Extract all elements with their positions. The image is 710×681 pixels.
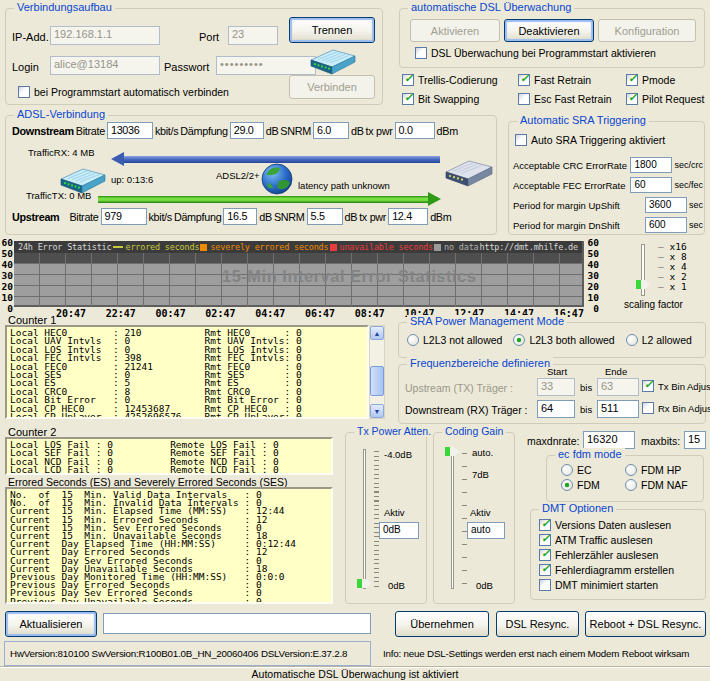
y-tick-label: 30: [0, 270, 13, 281]
coding-gain-slider-thumb[interactable]: [445, 447, 460, 456]
password-label: Passwort: [164, 61, 209, 73]
scaling-slider-thumb[interactable]: [636, 280, 651, 289]
up-txpwr-field[interactable]: 12.4: [388, 208, 428, 225]
sra-power-radio[interactable]: L2L3 not allowed: [407, 334, 502, 346]
tx-atten-aktiv-label: Aktiv: [384, 507, 405, 518]
scroll-down-icon[interactable]: ▼: [370, 404, 384, 418]
counter1-text[interactable]: Local HEC0 : 210 Rmt HEC0 : 0 Local UAV …: [5, 325, 369, 419]
dsl-resync-button[interactable]: DSL Resync.: [496, 611, 579, 637]
dsl-flag-checkbox[interactable]: Fast Retrain: [518, 74, 626, 86]
down-txpwr-field[interactable]: 0.0: [395, 122, 435, 139]
tx-atten-slider-thumb[interactable]: [357, 579, 372, 588]
apply-button[interactable]: Übernehmen: [395, 611, 489, 637]
command-input[interactable]: [103, 613, 371, 634]
ecfdm-radio[interactable]: FDM HP: [625, 464, 688, 476]
port-label: Port: [199, 31, 219, 43]
up-bitrate-field[interactable]: 979: [101, 208, 147, 225]
monitoring-startup-checkbox[interactable]: DSL Überwachung bei Programmstart aktivi…: [415, 47, 656, 59]
deactivate-button[interactable]: Deaktivieren: [504, 19, 594, 42]
downstream-label: Downstream: [12, 125, 74, 137]
coding-gain-value-field[interactable]: auto: [467, 522, 505, 539]
refresh-button[interactable]: Aktualisieren: [5, 611, 97, 637]
dmt-option-checkbox[interactable]: Fehlerdiagramm erstellen: [539, 564, 674, 576]
activate-button: Aktivieren: [410, 19, 500, 42]
bis-label: bis: [580, 382, 592, 393]
sra-row-field[interactable]: 1800: [630, 157, 672, 173]
es-ses-text[interactable]: No. of 15 Min. Valid Data Intervals : 0 …: [5, 487, 333, 604]
checkbox-icon: [539, 549, 551, 561]
maxdnrate-field[interactable]: 16320: [583, 431, 635, 449]
down-bitrate-field[interactable]: 13036: [107, 122, 153, 139]
dsl-flag-label: Pmode: [642, 74, 675, 86]
dsl-flag-checkbox[interactable]: Pilot Request: [626, 93, 704, 105]
y-tick-label: 0: [586, 303, 599, 314]
up-snrm-field[interactable]: 5.5: [307, 208, 343, 225]
dmt-option-checkbox[interactable]: ATM Traffic auslesen: [539, 534, 674, 546]
scrollbar-thumb[interactable]: [370, 366, 384, 396]
sra-trigger-group-title: Automatic SRA Triggering: [517, 114, 649, 126]
tx-atten-value-field[interactable]: 0dB: [379, 522, 419, 539]
bitrate-unit: kbit/s: [155, 125, 178, 137]
dsl-flag-checkbox[interactable]: Trellis-Codierung: [402, 74, 518, 86]
sra-row-field[interactable]: 600: [645, 217, 687, 233]
scroll-up-icon[interactable]: ▲: [370, 326, 384, 340]
sra-power-radio[interactable]: L2 allowed: [626, 334, 692, 346]
reboot-info-label: Info: neue DSL-Settings werden erst nach…: [383, 648, 689, 659]
scaling-factor-label: scaling factor: [624, 299, 683, 310]
reboot-resync-button[interactable]: Reboot + DSL Resync.: [585, 611, 706, 637]
dmt-option-checkbox[interactable]: DMT minimiert starten: [539, 579, 674, 591]
sra-row-field[interactable]: 3600: [645, 197, 687, 213]
downstream-start-field[interactable]: 64: [537, 400, 575, 418]
dsl-flag-checkbox[interactable]: Pmode: [626, 74, 704, 86]
down-daempfung-field[interactable]: 29.0: [230, 122, 264, 139]
dsl-flag-checkbox[interactable]: Bit Swapping: [402, 93, 518, 105]
legend-square-icon: [434, 244, 441, 251]
sra-power-radio[interactable]: L2L3 both allowed: [513, 334, 614, 346]
checkbox-icon: [539, 534, 551, 546]
counter1-scrollbar[interactable]: ▲ ▼: [369, 325, 385, 419]
freq-start-header: Start: [547, 366, 567, 377]
adsl-group: ADSL-Verbindung Downstream Bitrate 13036…: [5, 115, 497, 235]
upstream-end-field: 63: [597, 378, 639, 396]
ecfdm-radio[interactable]: FDM: [561, 479, 625, 491]
dsl-flag-label: Fast Retrain: [534, 74, 591, 86]
ecfdm-radio[interactable]: EC: [561, 464, 625, 476]
y-tick-label: 60: [586, 237, 599, 248]
legend-severely-errored: severely errored seconds: [200, 242, 328, 252]
checkbox-icon: [515, 134, 527, 146]
sra-row-label: Period for margin DnShift: [513, 220, 643, 231]
upstream-arrow: [98, 196, 428, 203]
dmt-option-checkbox[interactable]: Versions Daten auslesen: [539, 519, 674, 531]
dsl-flag-checkbox[interactable]: Esc Fast Retrain: [518, 93, 626, 105]
up-daempfung-field[interactable]: 16.5: [223, 208, 257, 225]
dmt-option-checkbox[interactable]: Fehlerzähler auslesen: [539, 549, 674, 561]
tx-bin-adjust-checkbox[interactable]: Tx Bin Adjust: [642, 380, 710, 392]
dsl-flag-label: Trellis-Codierung: [418, 74, 498, 86]
sra-row-label: Period for margin UpShift: [513, 200, 643, 211]
rx-bin-adjust-checkbox[interactable]: Rx Bin Adjust: [642, 402, 710, 414]
monitoring-startup-label: DSL Überwachung bei Programmstart aktivi…: [431, 47, 656, 59]
latency-label: latency path unknown: [298, 180, 390, 191]
chart-plot-area: 15-Min Interval Error Statistics 24h Err…: [14, 241, 584, 307]
sra-row-field[interactable]: 60: [630, 177, 672, 193]
disconnect-button[interactable]: Trennen: [289, 17, 375, 43]
maxbits-field[interactable]: 15: [684, 431, 706, 449]
legend-line-icon: [113, 246, 123, 248]
down-snrm-field[interactable]: 6.0: [313, 122, 349, 139]
ecfdm-options: EC FDM HP FDM FDM NAF: [561, 464, 688, 491]
dsl-flags-grid: Trellis-Codierung Fast Retrain Pmode Bit…: [402, 74, 704, 105]
downstream-end-field[interactable]: 511: [597, 400, 639, 418]
ecfdm-radio-label: FDM NAF: [641, 479, 688, 491]
sra-power-radio-label: L2 allowed: [642, 334, 692, 346]
sra-enabled-checkbox[interactable]: Auto SRA Triggering aktiviert: [515, 134, 665, 146]
radio-icon: [407, 334, 419, 346]
coding-gain-slider-ticks: [462, 453, 467, 587]
connect-button: Verbinden: [289, 75, 375, 99]
ecfdm-radio-label: EC: [577, 464, 592, 476]
chart-website-link[interactable]: http://dmt.mhilfe.de: [480, 242, 578, 252]
counter2-text[interactable]: Local LOS Fail : 0 Remote LOS Fail : 0 L…: [5, 437, 333, 475]
radio-icon: [513, 334, 525, 346]
ecfdm-radio[interactable]: FDM NAF: [625, 479, 688, 491]
login-field: alice@13184: [50, 56, 160, 75]
autoconnect-checkbox[interactable]: bei Programmstart automatisch verbinden: [18, 86, 229, 98]
